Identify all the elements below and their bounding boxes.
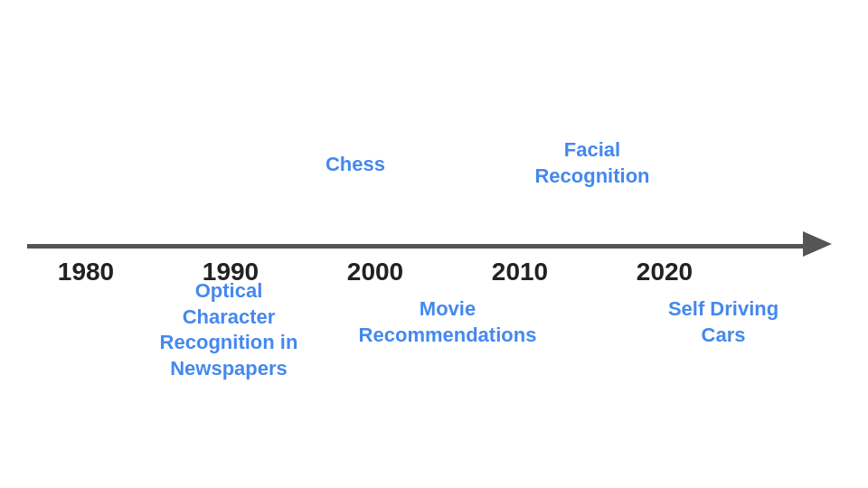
event-self-driving-label: Self DrivingCars [668, 297, 778, 346]
event-facial-recognition: FacialRecognition [534, 137, 649, 189]
event-self-driving-cars: Self DrivingCars [668, 296, 778, 348]
timeline-axis [27, 244, 814, 249]
event-ocr: OpticalCharacterRecognition inNewspapers [160, 278, 298, 381]
event-chess: Chess [326, 152, 385, 178]
event-ocr-label: OpticalCharacterRecognition inNewspapers [160, 279, 298, 380]
event-chess-label: Chess [326, 153, 385, 175]
year-2020: 2020 [637, 258, 693, 286]
event-movie-recommendations: MovieRecommendations [359, 296, 537, 348]
timeline-arrow [803, 231, 832, 257]
year-1980: 1980 [58, 258, 114, 286]
year-2010: 2010 [492, 258, 548, 286]
timeline-container: 1980 1990 2000 2010 2020 Chess FacialRec… [0, 0, 868, 488]
event-facial-recognition-label: FacialRecognition [534, 138, 649, 187]
year-2000: 2000 [347, 258, 403, 286]
event-movie-label: MovieRecommendations [359, 297, 537, 346]
